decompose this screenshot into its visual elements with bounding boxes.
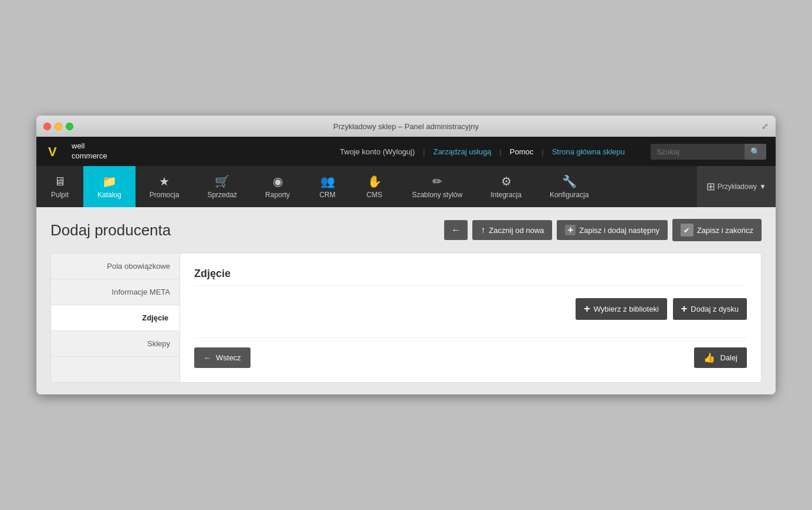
arrow-left-icon: ← — [204, 353, 211, 362]
chevron-down-icon: ▼ — [759, 183, 766, 191]
grid-icon: ⊞ — [706, 180, 715, 193]
search-box: 🔍 — [651, 144, 766, 160]
nav-sprzedaz[interactable]: 🛒 Sprzedaż — [193, 166, 251, 207]
dalej-button[interactable]: 👍 Dalej — [694, 347, 747, 368]
katalog-icon: 📁 — [102, 174, 117, 188]
wstecz-button[interactable]: ← Wstecz — [194, 347, 251, 368]
help-link[interactable]: Pomoc — [503, 147, 540, 156]
nav-pulpit[interactable]: 🖥 Pulpit — [36, 166, 83, 207]
window-controls — [43, 123, 73, 130]
disk-plus-icon: + — [681, 303, 688, 315]
sidebar-item-sklepy[interactable]: Sklepy — [51, 331, 180, 357]
minimize-button[interactable] — [55, 123, 62, 130]
svg-text:V: V — [48, 144, 57, 159]
header-buttons: ← ↑ Zacznij od nowa + Zapisz i dodaj nas… — [444, 219, 762, 241]
sep3: | — [542, 147, 543, 156]
sidebar-item-zdjecie[interactable]: Zdjęcie — [51, 305, 180, 331]
check-icon: ✔ — [681, 224, 693, 237]
expand-icon[interactable]: ⤢ — [762, 121, 769, 131]
sidebar-item-pola[interactable]: Pola obowiązkowe — [51, 254, 180, 279]
panel-footer: ← Wstecz 👍 Dalej — [194, 337, 747, 368]
main-layout: Pola obowiązkowe Informacje META Zdjęcie… — [50, 253, 762, 383]
section-title: Zdjęcie — [194, 268, 747, 286]
sprzedaz-icon: 🛒 — [215, 174, 229, 188]
sep2: | — [499, 147, 501, 156]
account-link[interactable]: Twoje konto (Wyloguj) — [333, 147, 422, 156]
logo: V well commerce — [46, 141, 107, 162]
search-input[interactable] — [651, 144, 745, 160]
nav-raporty[interactable]: ◉ Raporty — [251, 166, 304, 207]
integracja-icon: ⚙ — [501, 174, 512, 188]
page-header: Dodaj producenta ← ↑ Zacznij od nowa + Z… — [50, 219, 762, 241]
logo-icon: V — [46, 141, 67, 162]
store-dropdown-inner: ⊞ Przykładowy ▼ — [706, 180, 766, 193]
photo-actions: + Wybierz z biblioteki + Dodaj z dysku — [194, 298, 747, 320]
disk-button[interactable]: + Dodaj z dysku — [673, 298, 747, 320]
content-area: Dodaj producenta ← ↑ Zacznij od nowa + Z… — [36, 207, 776, 394]
main-navigation: 🖥 Pulpit 📁 Katalog ★ Promocja 🛒 Sprzedaż… — [36, 166, 776, 207]
app-window: Przykładowy sklep – Panel administracyjn… — [36, 116, 776, 394]
main-panel: Zdjęcie + Wybierz z biblioteki + Dodaj z… — [180, 254, 761, 382]
store-link[interactable]: Strona główna sklepu — [545, 147, 632, 156]
pulpit-icon: 🖥 — [54, 175, 66, 188]
nav-katalog[interactable]: 📁 Katalog — [83, 166, 136, 207]
plus-icon: + — [565, 225, 576, 235]
logo-text: well commerce — [72, 141, 107, 161]
szablony-icon: ✏ — [432, 174, 442, 188]
search-button[interactable]: 🔍 — [745, 144, 766, 160]
nav-crm[interactable]: 👥 CRM — [304, 166, 351, 207]
sep1: | — [423, 147, 425, 156]
store-dropdown-button[interactable]: ⊞ Przykładowy ▼ — [697, 166, 776, 207]
nav-cms[interactable]: ✋ CMS — [351, 166, 398, 207]
sidebar: Pola obowiązkowe Informacje META Zdjęcie… — [51, 254, 180, 382]
top-navbar: V well commerce Twoje konto (Wyloguj) | … — [36, 137, 776, 166]
manage-link[interactable]: Zarządzaj usługą — [426, 147, 498, 156]
titlebar: Przykładowy sklep – Panel administracyjn… — [36, 116, 776, 137]
konfiguracja-icon: 🔧 — [562, 174, 577, 188]
library-plus-icon: + — [584, 303, 590, 315]
thumbs-up-icon: 👍 — [703, 352, 715, 363]
page-title: Dodaj producenta — [50, 221, 437, 239]
save-next-button[interactable]: + Zapisz i dodaj następny — [557, 220, 668, 240]
close-button[interactable] — [43, 123, 51, 130]
upload-icon: ↑ — [481, 225, 485, 235]
start-fresh-button[interactable]: ↑ Zacznij od nowa — [472, 220, 552, 240]
promocja-icon: ★ — [159, 174, 170, 188]
library-button[interactable]: + Wybierz z biblioteki — [576, 298, 667, 320]
nav-integracja[interactable]: ⚙ Integracja — [476, 166, 536, 207]
back-button[interactable]: ← — [444, 220, 468, 240]
maximize-button[interactable] — [66, 123, 73, 130]
cms-icon: ✋ — [367, 174, 382, 188]
nav-konfiguracja[interactable]: 🔧 Konfiguracja — [536, 166, 603, 207]
nav-szablony[interactable]: ✏ Szablony stylów — [398, 166, 476, 207]
raporty-icon: ◉ — [273, 174, 283, 188]
window-title: Przykładowy sklep – Panel administracyjn… — [333, 122, 479, 131]
sidebar-item-meta[interactable]: Informacje META — [51, 279, 180, 305]
save-finish-button[interactable]: ✔ Zapisz i zakończ — [672, 219, 762, 241]
nav-promocja[interactable]: ★ Promocja — [136, 166, 194, 207]
navbar-links: Twoje konto (Wyloguj) | Zarządzaj usługą… — [333, 147, 632, 156]
crm-icon: 👥 — [320, 174, 335, 188]
